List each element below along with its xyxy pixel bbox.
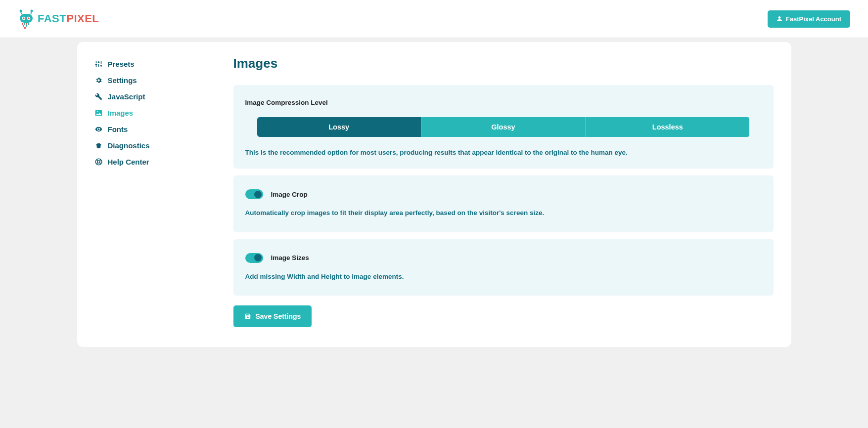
- svg-rect-10: [24, 23, 25, 25]
- header: FASTPIXEL FastPixel Account: [0, 0, 868, 38]
- svg-point-8: [28, 17, 29, 19]
- svg-rect-12: [28, 23, 29, 25]
- svg-rect-9: [22, 23, 23, 25]
- compression-description: This is the recommended option for most …: [245, 148, 762, 158]
- svg-rect-11: [26, 23, 27, 25]
- sizes-panel: Image Sizes Add missing Width and Height…: [233, 239, 774, 296]
- wrench-icon: [95, 93, 103, 101]
- sidebar-item-fonts[interactable]: Fonts: [95, 121, 204, 137]
- crop-panel: Image Crop Automatically crop images to …: [233, 175, 774, 232]
- svg-rect-13: [23, 25, 24, 27]
- image-icon: [95, 109, 103, 117]
- svg-line-27: [96, 160, 98, 161]
- sidebar-item-label: Help Center: [108, 158, 149, 166]
- page-title: Images: [233, 56, 774, 71]
- save-button[interactable]: Save Settings: [233, 305, 312, 327]
- compression-option-lossless[interactable]: Lossless: [585, 117, 749, 137]
- gear-icon: [95, 77, 103, 85]
- main-card: Presets Settings JavaScript Images: [77, 42, 791, 347]
- sidebar-item-label: Images: [108, 109, 134, 117]
- robot-icon: [18, 9, 35, 29]
- user-icon: [777, 16, 782, 22]
- compression-option-lossy[interactable]: Lossy: [257, 117, 421, 137]
- bug-icon: [95, 142, 103, 150]
- main-content: Images Image Compression Level Lossy Glo…: [233, 56, 774, 327]
- crop-title: Image Crop: [271, 191, 308, 198]
- save-icon: [244, 313, 251, 320]
- crop-description: Automatically crop images to fit their d…: [245, 208, 762, 218]
- sidebar-item-settings[interactable]: Settings: [95, 72, 204, 88]
- compression-segmented: Lossy Glossy Lossless: [257, 117, 750, 137]
- sidebar-item-label: Presets: [108, 60, 135, 68]
- account-label: FastPixel Account: [786, 15, 841, 23]
- sizes-title: Image Sizes: [271, 254, 309, 261]
- sizes-toggle[interactable]: [245, 253, 263, 263]
- svg-point-1: [31, 10, 33, 12]
- compression-panel: Image Compression Level Lossy Glossy Los…: [233, 85, 774, 169]
- sidebar-item-images[interactable]: Images: [95, 105, 204, 121]
- svg-point-0: [20, 10, 22, 12]
- sidebar-item-help[interactable]: Help Center: [95, 154, 204, 170]
- sidebar-item-presets[interactable]: Presets: [95, 56, 204, 72]
- sizes-description: Add missing Width and Height to image el…: [245, 272, 762, 282]
- svg-line-30: [96, 163, 98, 164]
- sidebar-item-javascript[interactable]: JavaScript: [95, 88, 204, 105]
- svg-line-2: [21, 12, 22, 14]
- sidebar-item-label: Settings: [108, 76, 137, 85]
- sidebar-item-diagnostics[interactable]: Diagnostics: [95, 137, 204, 154]
- compression-label: Image Compression Level: [245, 99, 762, 106]
- save-label: Save Settings: [256, 312, 301, 320]
- svg-line-29: [99, 160, 101, 161]
- svg-line-3: [31, 12, 32, 14]
- sidebar: Presets Settings JavaScript Images: [95, 56, 204, 327]
- svg-rect-15: [24, 27, 26, 29]
- logo-text: FASTPIXEL: [38, 12, 99, 25]
- account-button[interactable]: FastPixel Account: [768, 10, 850, 28]
- logo[interactable]: FASTPIXEL: [18, 9, 99, 29]
- sliders-icon: [95, 60, 103, 68]
- sidebar-item-label: JavaScript: [108, 92, 145, 101]
- svg-line-28: [99, 163, 101, 164]
- eye-icon: [95, 126, 103, 133]
- life-ring-icon: [95, 158, 103, 166]
- crop-toggle[interactable]: [245, 189, 263, 199]
- compression-option-glossy[interactable]: Glossy: [421, 117, 585, 137]
- svg-rect-4: [20, 14, 33, 23]
- sidebar-item-label: Diagnostics: [108, 141, 150, 150]
- sidebar-item-label: Fonts: [108, 125, 128, 133]
- svg-rect-14: [26, 25, 27, 27]
- svg-point-7: [23, 17, 24, 19]
